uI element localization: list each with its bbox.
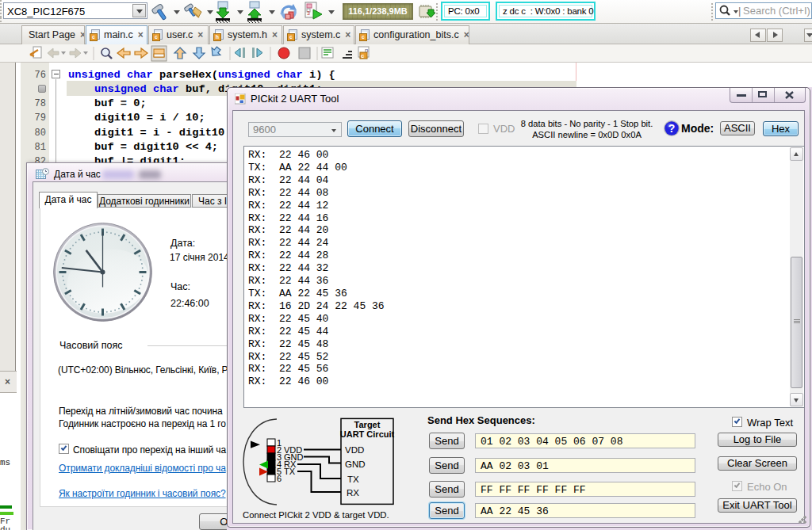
svg-text:Target: Target: [354, 420, 381, 429]
svg-text:TX: TX: [284, 467, 296, 476]
svg-text:3: 3: [307, 10, 310, 16]
svg-text:RX: RX: [347, 488, 359, 498]
svg-text:VDD: VDD: [345, 445, 364, 455]
svg-text:GND: GND: [345, 459, 366, 469]
svg-text:UART Circuit: UART Circuit: [340, 429, 395, 439]
svg-text:6: 6: [277, 474, 282, 483]
svg-text:?: ?: [668, 122, 676, 135]
svg-text:Connect PICkit 2 VDD & target: Connect PICkit 2 VDD & target VDD.: [243, 510, 389, 520]
svg-text:TX: TX: [347, 475, 359, 484]
svg-text:n: n: [365, 47, 368, 54]
